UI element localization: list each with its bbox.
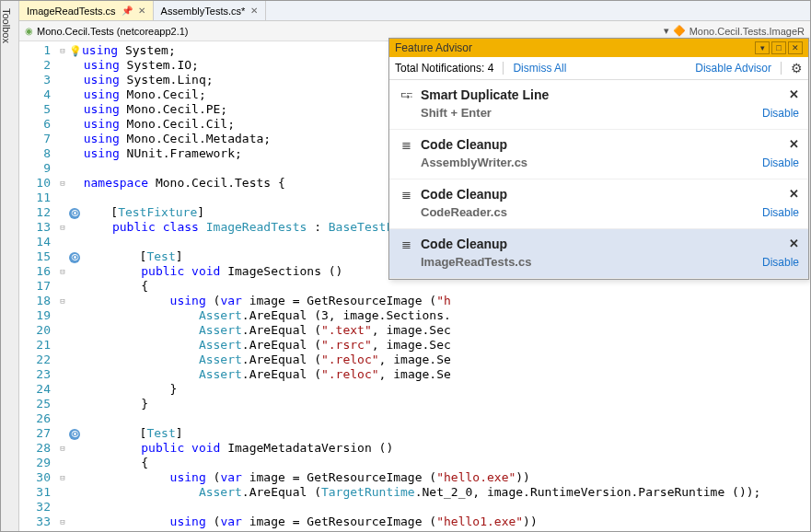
notification-item[interactable]: ⮓Smart Duplicate LineShift + Enter✕Disab… — [389, 80, 808, 130]
code-line[interactable]: Assert.AreEqual (3, image.Sections. — [69, 308, 810, 323]
notification-close-icon[interactable]: ✕ — [789, 137, 799, 151]
fold-toggle-icon[interactable]: ⊟ — [56, 43, 69, 58]
fold-empty — [56, 308, 69, 323]
advisor-window-buttons: ▾ □ ✕ — [755, 41, 803, 54]
notification-disable-link[interactable]: Disable — [762, 107, 799, 120]
gear-icon[interactable]: ⚙ — [791, 61, 803, 75]
line-number: 23 — [19, 367, 51, 382]
fold-empty — [56, 87, 69, 102]
fold-empty — [56, 279, 69, 294]
line-number: 20 — [19, 323, 51, 338]
code-line[interactable]: Assert.AreEqual (TargetRuntime.Net_2_0, … — [69, 485, 810, 500]
advisor-dropdown-button[interactable]: ▾ — [755, 41, 770, 54]
code-line[interactable]: Assert.AreEqual (".reloc", image.Se — [69, 367, 810, 382]
notification-subtitle: ImageReadTests.cs — [421, 255, 799, 269]
notification-title: Smart Duplicate Line — [421, 87, 549, 102]
context-member: Mono.Cecil.Tests.ImageR — [689, 26, 805, 37]
fold-empty — [56, 161, 69, 176]
notification-item[interactable]: ≣Code CleanupCodeReader.cs✕Disable — [389, 179, 808, 229]
test-run-icon[interactable]: ⦿ — [69, 429, 80, 440]
fold-toggle-icon[interactable]: ⊟ — [56, 264, 69, 279]
fold-empty — [56, 382, 69, 397]
fold-empty — [56, 323, 69, 338]
line-number: 19 — [19, 308, 51, 323]
namespace-icon: ◉ — [25, 26, 33, 36]
line-number: 33 — [19, 515, 51, 529]
code-line[interactable]: Assert.AreEqual (".reloc", image.Se — [69, 353, 810, 367]
code-line[interactable]: { — [69, 456, 810, 470]
line-number: 26 — [19, 411, 51, 426]
notification-item[interactable]: ≣Code CleanupImageReadTests.cs✕Disable — [389, 229, 808, 279]
fold-empty — [56, 397, 69, 411]
separator — [781, 62, 782, 75]
advisor-close-button[interactable]: ✕ — [788, 41, 803, 54]
tab-close-icon[interactable]: ✕ — [250, 6, 258, 16]
notification-close-icon[interactable]: ✕ — [789, 187, 799, 201]
tab-close-icon[interactable]: ✕ — [138, 6, 145, 16]
fold-empty — [56, 353, 69, 367]
code-line[interactable]: using (var image = GetResourceImage ("he… — [69, 515, 810, 529]
code-line[interactable] — [69, 411, 810, 426]
advisor-maximize-button[interactable]: □ — [771, 41, 786, 54]
test-run-icon[interactable]: ⦿ — [69, 252, 80, 263]
line-number: 4 — [19, 87, 51, 102]
code-line[interactable]: } — [69, 382, 810, 397]
notification-type-icon: ≣ — [399, 188, 413, 202]
fold-empty — [56, 249, 69, 264]
lightbulb-icon[interactable]: 💡 — [69, 45, 82, 57]
code-line[interactable]: using (var image = GetResourceImage ("h — [69, 294, 810, 308]
notification-close-icon[interactable]: ✕ — [789, 237, 799, 250]
notification-subtitle: AssemblyWriter.cs — [421, 156, 799, 169]
disable-advisor-link[interactable]: Disable Advisor — [695, 62, 771, 75]
advisor-total-label: Total Notifications: 4 — [395, 62, 493, 75]
dismiss-all-link[interactable]: Dismiss All — [513, 62, 566, 75]
code-line[interactable]: public void ImageMetadataVersion () — [69, 441, 810, 456]
notification-close-icon[interactable]: ✕ — [789, 87, 799, 101]
pin-icon[interactable]: 📌 — [122, 6, 133, 16]
separator — [503, 62, 504, 75]
notification-disable-link[interactable]: Disable — [762, 206, 799, 219]
fold-toggle-icon[interactable]: ⊟ — [56, 176, 69, 191]
fold-gutter[interactable]: ⊟⊟⊟⊟⊟⊟⊟⊟ — [56, 41, 69, 531]
document-tab[interactable]: ImageReadTests.cs📌✕ — [19, 1, 154, 20]
line-number: 18 — [19, 294, 51, 308]
line-number: 3 — [19, 73, 51, 87]
fold-toggle-icon[interactable]: ⊟ — [56, 470, 69, 485]
notification-item[interactable]: ≣Code CleanupAssemblyWriter.cs✕Disable — [389, 130, 808, 179]
line-number: 13 — [19, 220, 51, 235]
code-line[interactable]: Assert.AreEqual (".text", image.Sec — [69, 323, 810, 338]
advisor-titlebar[interactable]: Feature Advisor ▾ □ ✕ — [389, 39, 808, 57]
fold-empty — [56, 485, 69, 500]
member-icon: 🔶 — [673, 25, 686, 37]
fold-toggle-icon[interactable]: ⊟ — [56, 441, 69, 456]
notification-title: Code Cleanup — [421, 137, 507, 152]
code-line[interactable]: } — [69, 397, 810, 411]
line-number: 2 — [19, 58, 51, 73]
fold-empty — [56, 235, 69, 249]
line-number: 17 — [19, 279, 51, 294]
context-left[interactable]: ◉ Mono.Cecil.Tests (netcoreapp2.1) — [25, 26, 188, 37]
document-tab[interactable]: AssemblyTests.cs*✕ — [154, 1, 267, 20]
notification-type-icon: ≣ — [399, 138, 413, 152]
code-line[interactable]: Assert.AreEqual (".rsrc", image.Sec — [69, 338, 810, 353]
code-line[interactable]: Assert.AreEqual (TargetRuntime.Net_1_1, … — [69, 529, 810, 531]
context-right[interactable]: ▾ 🔶 Mono.Cecil.Tests.ImageR — [664, 25, 805, 37]
notification-disable-link[interactable]: Disable — [762, 156, 799, 169]
fold-empty — [56, 426, 69, 441]
code-line[interactable]: ⦿ [Test] — [69, 426, 810, 441]
fold-toggle-icon[interactable]: ⊟ — [56, 220, 69, 235]
notification-disable-link[interactable]: Disable — [762, 256, 799, 269]
code-line[interactable] — [69, 500, 810, 515]
test-run-icon[interactable]: ⦿ — [69, 208, 80, 219]
fold-toggle-icon[interactable]: ⊟ — [56, 294, 69, 308]
line-number: 22 — [19, 353, 51, 367]
toolbox-sidebar-tab[interactable]: Toolbox — [1, 1, 19, 531]
fold-toggle-icon[interactable]: ⊟ — [56, 515, 69, 529]
document-tabs: ImageReadTests.cs📌✕AssemblyTests.cs*✕ — [19, 1, 810, 21]
advisor-toolbar: Total Notifications: 4 Dismiss All Disab… — [389, 57, 808, 80]
code-line[interactable]: { — [69, 279, 810, 294]
line-number: 5 — [19, 102, 51, 117]
fold-empty — [56, 367, 69, 382]
code-line[interactable]: using (var image = GetResourceImage ("he… — [69, 470, 810, 485]
fold-empty — [56, 529, 69, 531]
